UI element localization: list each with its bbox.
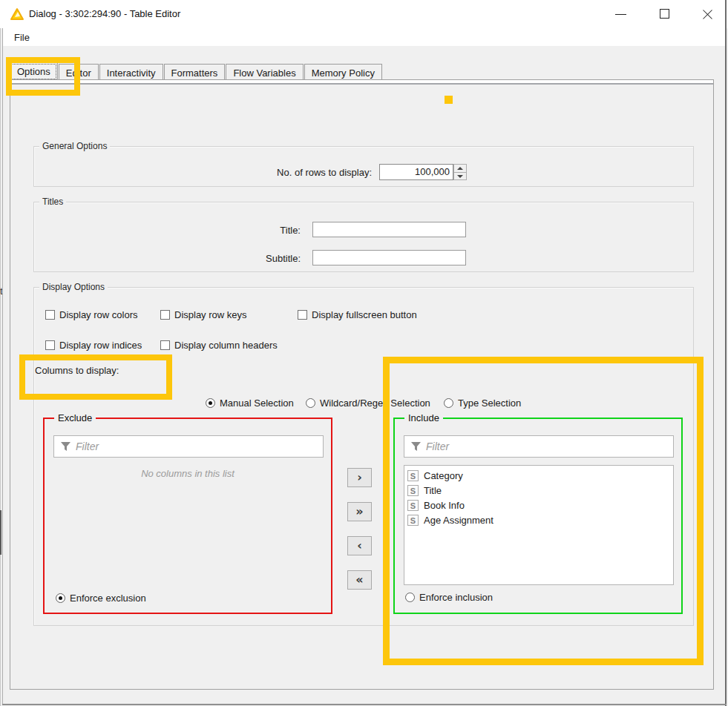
include-legend: Include <box>404 412 443 423</box>
include-panel: Include S Category S Title S Book Info S… <box>393 418 683 614</box>
window-controls <box>599 0 728 28</box>
column-name: Book Info <box>424 500 465 511</box>
radio-enforce-exclusion[interactable]: Enforce exclusion <box>56 593 146 604</box>
knime-triangle-icon <box>10 7 24 22</box>
list-item-title[interactable]: S Title <box>404 483 673 498</box>
checkbox-label: Display row indices <box>59 340 142 351</box>
filter-funnel-icon <box>410 441 422 452</box>
checkbox-display-row-indices[interactable]: Display row indices <box>45 340 142 351</box>
include-filter-box <box>404 435 674 458</box>
radio-circle[interactable] <box>206 398 215 408</box>
column-name: Age Assignment <box>424 515 493 526</box>
tab-formatters[interactable]: Formatters <box>164 64 226 81</box>
add-all-button[interactable]: » <box>347 502 372 521</box>
radio-manual-selection[interactable]: Manual Selection <box>206 397 294 409</box>
radio-type-selection[interactable]: Type Selection <box>444 397 521 409</box>
checkbox-display-column-headers[interactable]: Display column headers <box>160 340 278 351</box>
column-name: Title <box>424 485 442 496</box>
checkbox-box[interactable] <box>160 340 170 350</box>
radio-circle[interactable] <box>306 398 315 408</box>
spinner-up-button[interactable] <box>453 164 467 173</box>
remove-button[interactable]: ‹ <box>347 536 372 555</box>
string-type-icon: S <box>407 470 419 481</box>
exclude-filter-box <box>53 435 324 458</box>
window-title: Dialog - 3:302:294:90 - Table Editor <box>29 8 180 19</box>
spinner-up-icon <box>457 167 463 170</box>
menu-bar: File <box>3 28 725 46</box>
minimize-icon <box>615 14 626 15</box>
menu-file[interactable]: File <box>10 31 33 44</box>
radio-enforce-inclusion[interactable]: Enforce inclusion <box>405 592 493 603</box>
checkbox-label: Display fullscreen button <box>312 309 417 320</box>
panel-top-divider <box>10 83 713 85</box>
exclude-empty-text: No columns in this list <box>45 468 331 479</box>
checkbox-label: Display column headers <box>174 340 278 351</box>
maximize-button[interactable] <box>642 0 685 28</box>
checkbox-label: Display row colors <box>59 309 137 320</box>
spinner-down-button[interactable] <box>453 173 467 181</box>
titles-legend: Titles <box>39 197 66 207</box>
checkbox-label: Display row keys <box>174 309 247 320</box>
rows-to-display-input[interactable]: 100,000 <box>379 164 453 180</box>
remove-all-button[interactable]: « <box>347 570 372 590</box>
rows-spinner <box>453 164 467 180</box>
radio-circle[interactable] <box>405 593 415 602</box>
string-type-icon: S <box>407 485 419 496</box>
maximize-icon <box>660 9 669 19</box>
title-bar: Dialog - 3:302:294:90 - Table Editor <box>0 0 728 28</box>
desktop-edge-artifact-dark <box>0 510 1 555</box>
tab-options[interactable]: Options <box>10 62 58 81</box>
add-button[interactable]: › <box>347 468 372 487</box>
filter-funnel-icon <box>60 441 71 452</box>
tab-strip: Options Editor Interactivity Formatters … <box>10 62 383 81</box>
exclude-filter-input[interactable] <box>76 438 323 455</box>
string-type-icon: S <box>407 500 419 511</box>
checkbox-box[interactable] <box>298 310 307 320</box>
radio-label: Enforce exclusion <box>70 593 146 604</box>
window-border-left <box>2 28 3 705</box>
columns-to-display-label: Columns to display: <box>35 365 119 376</box>
checkbox-box[interactable] <box>45 340 55 350</box>
tab-editor[interactable]: Editor <box>59 64 99 81</box>
window-border-right <box>725 0 727 706</box>
list-item-age-assignment[interactable]: S Age Assignment <box>404 512 673 527</box>
checkbox-box[interactable] <box>45 310 55 320</box>
radio-circle[interactable] <box>444 398 453 408</box>
general-options-legend: General Options <box>39 141 110 151</box>
tab-memory-policy[interactable]: Memory Policy <box>304 64 382 81</box>
checkbox-display-fullscreen-button[interactable]: Display fullscreen button <box>298 309 417 320</box>
list-item-category[interactable]: S Category <box>404 468 673 483</box>
exclude-panel: Exclude No columns in this list Enforce … <box>43 418 332 614</box>
subtitle-label: Subtitle: <box>34 253 301 264</box>
radio-label: Wildcard/Regex Selection <box>320 397 430 409</box>
radio-circle[interactable] <box>56 593 65 603</box>
radio-label: Type Selection <box>458 397 521 409</box>
close-button[interactable] <box>685 0 728 28</box>
checkbox-box[interactable] <box>160 310 170 320</box>
list-item-book-info[interactable]: S Book Info <box>404 498 673 512</box>
radio-label: Enforce inclusion <box>419 592 493 603</box>
minimize-button[interactable] <box>599 0 642 28</box>
radio-wildcard-regex-selection[interactable]: Wildcard/Regex Selection <box>306 397 430 409</box>
title-input[interactable] <box>312 222 466 237</box>
display-options-legend: Display Options <box>39 282 108 292</box>
rows-to-display-label: No. of rows to display: <box>34 167 372 178</box>
tab-flow-variables[interactable]: Flow Variables <box>226 64 303 81</box>
general-options-group: General Options No. of rows to display: … <box>33 146 694 187</box>
desktop-edge-artifact <box>0 0 1 706</box>
subtitle-input[interactable] <box>312 250 466 265</box>
radio-label: Manual Selection <box>220 397 294 409</box>
checkbox-display-row-colors[interactable]: Display row colors <box>45 309 137 320</box>
exclude-legend: Exclude <box>54 412 96 423</box>
titles-group: Titles Title: Subtitle: <box>33 202 694 272</box>
tab-interactivity[interactable]: Interactivity <box>99 64 163 81</box>
title-label: Title: <box>34 225 301 236</box>
highlight-annotation-dot <box>445 96 453 104</box>
checkbox-display-row-keys[interactable]: Display row keys <box>160 309 247 320</box>
string-type-icon: S <box>407 515 419 526</box>
include-filter-input[interactable] <box>426 438 673 455</box>
spinner-down-icon <box>457 175 463 178</box>
window-border-bottom <box>2 704 727 705</box>
include-column-list[interactable]: S Category S Title S Book Info S Age Ass… <box>404 465 674 585</box>
column-name: Category <box>424 470 463 481</box>
